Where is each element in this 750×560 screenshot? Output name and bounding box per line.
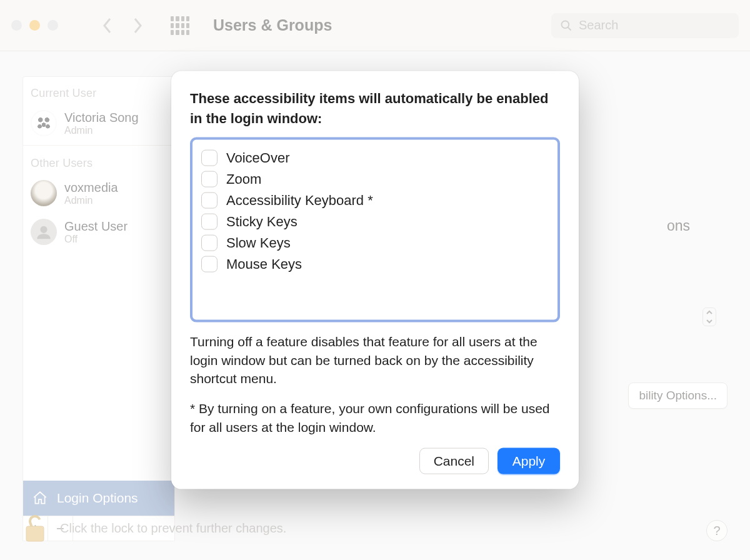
option-mouse-keys[interactable]: Mouse Keys bbox=[201, 253, 549, 274]
checkbox[interactable] bbox=[201, 234, 218, 251]
option-label: Mouse Keys bbox=[226, 256, 302, 272]
option-accessibility-keyboard[interactable]: Accessibility Keyboard * bbox=[201, 189, 549, 211]
option-voiceover[interactable]: VoiceOver bbox=[201, 147, 549, 168]
option-sticky-keys[interactable]: Sticky Keys bbox=[201, 211, 549, 232]
modal-footer: Cancel Apply bbox=[190, 448, 560, 474]
checkbox[interactable] bbox=[201, 213, 218, 229]
options-list: VoiceOver Zoom Accessibility Keyboard * … bbox=[190, 137, 560, 322]
option-label: Slow Keys bbox=[226, 234, 291, 251]
option-label: VoiceOver bbox=[226, 149, 290, 166]
option-label: Sticky Keys bbox=[226, 213, 298, 229]
modal-paragraph-2: * By turning on a feature, your own conf… bbox=[190, 399, 560, 437]
checkbox[interactable] bbox=[201, 192, 218, 208]
checkbox[interactable] bbox=[201, 171, 218, 187]
checkbox[interactable] bbox=[201, 256, 218, 272]
accessibility-login-modal: These accessibility items will automatic… bbox=[171, 71, 579, 489]
option-label: Accessibility Keyboard * bbox=[226, 192, 373, 208]
option-slow-keys[interactable]: Slow Keys bbox=[201, 232, 549, 253]
cancel-button[interactable]: Cancel bbox=[419, 448, 489, 474]
option-zoom[interactable]: Zoom bbox=[201, 168, 549, 189]
system-preferences-window: Users & Groups Search Current User Victo… bbox=[0, 0, 750, 560]
checkbox[interactable] bbox=[201, 149, 218, 166]
modal-heading: These accessibility items will automatic… bbox=[190, 89, 560, 129]
option-label: Zoom bbox=[226, 171, 261, 187]
modal-paragraph-1: Turning off a feature disables that feat… bbox=[190, 332, 560, 388]
apply-button[interactable]: Apply bbox=[498, 448, 560, 474]
